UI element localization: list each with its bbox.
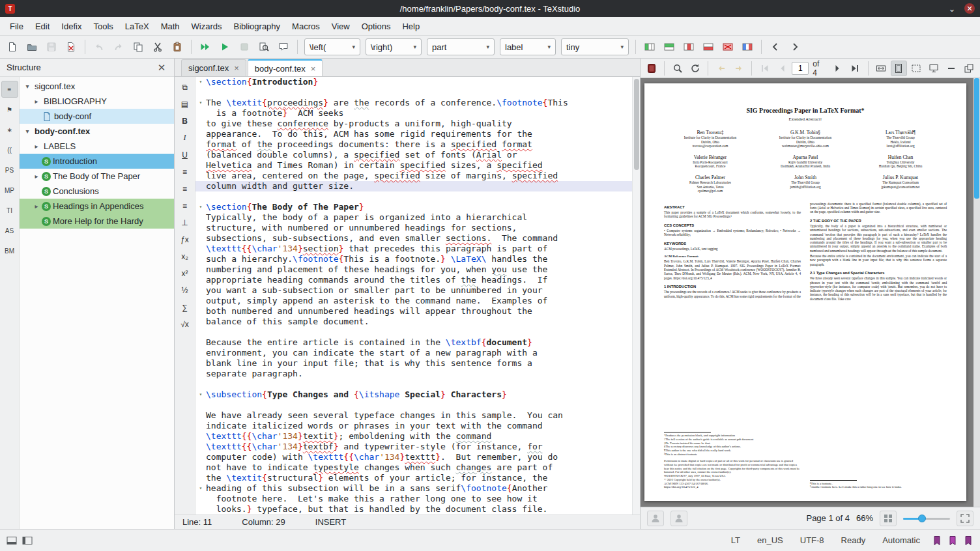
jump-back-button[interactable] <box>713 61 729 76</box>
expand-icon[interactable]: ▸ <box>31 203 42 210</box>
fold-marker-icon[interactable]: ▾ <box>195 483 206 494</box>
paste-formula-button[interactable]: ▤ <box>177 96 193 111</box>
follow-scroll-button[interactable] <box>670 511 687 526</box>
log-marker-3-icon[interactable] <box>963 535 973 546</box>
code-line[interactable]: \texttt{{\char'134}section} that precede… <box>195 244 632 254</box>
zoom-slider[interactable] <box>903 513 950 524</box>
add-row-button[interactable] <box>660 38 678 56</box>
fontsize-combo[interactable]: tiny▾ <box>561 38 629 55</box>
line-ending-indicator[interactable]: Automatic <box>882 535 920 545</box>
bookmarks-tab[interactable]: ⚑ <box>1 101 18 118</box>
page-number-input[interactable] <box>792 62 809 75</box>
paste-button[interactable] <box>168 38 186 56</box>
code-line[interactable]: \texttt{{\char'134}textit}; emboldening … <box>195 431 632 442</box>
structure-item-body-conf[interactable]: body-conf <box>20 109 174 124</box>
structure-item-labels[interactable]: ▸LABELS <box>20 139 174 154</box>
code-line[interactable]: looks.} typeface, but that is handled by… <box>195 504 632 515</box>
toggle-bottom-panel-icon[interactable] <box>7 535 17 546</box>
detach-viewer-button[interactable] <box>961 61 977 76</box>
pdf-canvas[interactable]: SIG Proceedings Paper in LaTeX Format* E… <box>641 78 980 507</box>
menu-wizards[interactable]: Wizards <box>186 19 228 34</box>
copy-button[interactable] <box>129 38 147 56</box>
fold-marker-icon[interactable]: ▾ <box>195 389 206 400</box>
copy-formula-button[interactable]: ⧉ <box>177 79 193 94</box>
code-line[interactable]: ▾heading of this subsection will be in a… <box>195 483 632 494</box>
expand-icon[interactable]: ▸ <box>31 143 42 150</box>
remove-row-button[interactable] <box>699 38 717 56</box>
structure-item-conclusions[interactable]: SConclusions <box>20 184 174 199</box>
tab-sigconf-tex[interactable]: sigconf.tex× <box>181 59 246 76</box>
code-line[interactable]: column width and gutter size. <box>195 181 632 191</box>
next-document-button[interactable] <box>786 38 804 56</box>
subscript-button[interactable]: x₂ <box>177 249 193 264</box>
align-left-button[interactable]: ≡ <box>177 164 193 179</box>
code-line[interactable]: both numbered and unnumbered headings wi… <box>195 306 632 317</box>
stop-compile-button[interactable] <box>235 38 253 56</box>
menu-tools[interactable]: Tools <box>87 19 119 34</box>
asymptote-tab[interactable]: AS <box>1 222 18 239</box>
superscript-button[interactable]: x² <box>177 266 193 281</box>
beamer-tab[interactable]: BM <box>1 242 18 259</box>
code-line[interactable]: not have to indicate typestyle changes w… <box>195 462 632 473</box>
pdf-page[interactable]: SIG Proceedings Paper in LaTeX Format* E… <box>644 83 966 501</box>
languagetool-status[interactable]: LT <box>731 535 740 545</box>
sum-button[interactable]: ∑ <box>177 300 193 315</box>
menu-idefix[interactable]: Idefix <box>55 19 87 34</box>
expand-icon[interactable]: ▸ <box>31 173 42 180</box>
close-tab-icon[interactable]: × <box>311 64 316 74</box>
dictionary-language[interactable]: en_US <box>757 535 783 545</box>
baseline-button[interactable]: ⊥ <box>177 215 193 230</box>
structure-item-introduction[interactable]: SIntroduction <box>20 154 174 169</box>
fit-width-button[interactable] <box>873 61 889 76</box>
code-line[interactable]: is a footnote} ACM seeks <box>195 108 632 119</box>
add-column-button[interactable] <box>641 38 659 56</box>
fold-marker-icon[interactable]: ▾ <box>195 202 206 212</box>
cut-button[interactable] <box>149 38 167 56</box>
code-line[interactable]: appearance. To do this, ACM has some rig… <box>195 129 632 139</box>
code-line[interactable] <box>195 191 632 202</box>
menu-math[interactable]: Math <box>155 19 186 34</box>
toggle-side-panel-icon[interactable] <box>22 535 33 546</box>
code-line[interactable]: live area, centered on the page, specifi… <box>195 171 632 181</box>
editor-code[interactable]: ▾\section{Introduction}▾The \textit{proc… <box>195 77 632 515</box>
menu-view[interactable]: View <box>326 19 356 34</box>
first-page-button[interactable] <box>757 61 773 76</box>
fold-marker-icon[interactable]: ▾ <box>195 98 206 108</box>
close-panel-icon[interactable]: ✕ <box>156 62 167 74</box>
magnifier-tool-button[interactable] <box>669 61 685 76</box>
code-line[interactable]: blank line in your input file; that is w… <box>195 358 632 369</box>
code-line[interactable]: separate paragraph. <box>195 369 632 379</box>
code-line[interactable]: environment, you can indicate the start … <box>195 348 632 358</box>
remove-column-button[interactable] <box>680 38 698 56</box>
structure-tab[interactable]: ≡ <box>1 81 18 98</box>
underline-button[interactable]: U <box>177 147 193 162</box>
pdf-scrollbar[interactable] <box>973 78 980 507</box>
fit-page-button[interactable] <box>891 61 907 76</box>
menu-edit[interactable]: Edit <box>29 19 55 34</box>
structure-item-body-conf-tex[interactable]: ▾body-conf.tex <box>20 124 174 139</box>
build-and-view-button[interactable] <box>196 38 214 56</box>
compile-button[interactable] <box>216 38 234 56</box>
fraction-button[interactable]: ½ <box>177 283 193 298</box>
log-marker-1-icon[interactable] <box>932 535 942 546</box>
left-delimiter-combo[interactable]: \left(▾ <box>304 38 360 55</box>
comments-button[interactable] <box>274 38 293 56</box>
code-line[interactable]: computer code) with \texttt{{\char'134}t… <box>195 452 632 462</box>
menu-help[interactable]: Help <box>396 19 425 34</box>
shade-window-icon[interactable]: ⌄ <box>946 3 958 14</box>
code-line[interactable]: Typically, the body of a paper is organi… <box>195 212 632 223</box>
code-line[interactable]: subsections, sub-subsections, and even s… <box>195 233 632 244</box>
code-line[interactable] <box>195 400 632 410</box>
menu-options[interactable]: Options <box>356 19 397 34</box>
embedded-viewer-button[interactable] <box>643 61 659 76</box>
view-log-button[interactable] <box>255 38 273 56</box>
viewer-menu-button[interactable] <box>944 61 960 76</box>
last-page-button[interactable] <box>847 61 863 76</box>
bold-button[interactable]: B <box>177 113 193 128</box>
structure-item-sigconf-tex[interactable]: ▾sigconf.tex <box>20 79 174 94</box>
code-line[interactable]: you want a sub-subsection or smaller par… <box>195 285 632 296</box>
structure-item-the-body-of-the-paper[interactable]: ▸SThe Body of The Paper <box>20 169 174 184</box>
italic-button[interactable]: I <box>177 130 193 145</box>
pdf-scrollbar-thumb[interactable] <box>974 78 979 199</box>
redo-button[interactable] <box>109 38 128 56</box>
